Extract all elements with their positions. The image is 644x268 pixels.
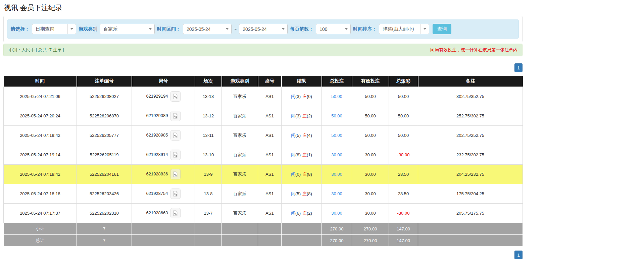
result-player-label: 闲 [291,191,295,196]
result-banker-label: 庄 [302,211,307,216]
table-row: 2025-05-24 07:19:42 522526205777 6219289… [4,126,523,145]
table-row: 2025-05-24 07:17:37 522526202310 6219286… [4,204,523,223]
video-replay-icon[interactable] [170,130,181,141]
date-to-value: 2025-05-24 [239,26,267,32]
result-banker-count: (2) [307,211,312,216]
pagination-bottom: 1 [3,251,523,259]
table-body: 2025-05-24 07:21:06 522526208027 6219291… [4,87,523,223]
page-1-button[interactable]: 1 [514,251,523,259]
cell-table-no: AS1 [258,126,282,145]
game-type-select[interactable]: 百家乐 [100,24,155,34]
result-player-count: (8) [295,152,301,157]
date-from-select[interactable]: 2025-05-24 [183,24,232,34]
date-to-select[interactable]: 2025-05-24 [239,24,288,34]
result-banker-label: 庄 [302,152,307,157]
subtotal-count: 7 [77,223,132,235]
result-banker-label: 庄 [302,113,307,118]
time-sort-value: 降冪(由大到小) [379,26,414,32]
col-header-table-no: 桌号 [258,76,282,87]
round-no-text: 621928914 [146,152,168,157]
bets-table: 时间 注单编号 局号 场次 游戏类别 桌号 结果 总投注 有效投注 总派彩 备注… [3,76,523,247]
cell-time: 2025-05-24 07:19:42 [4,126,77,145]
search-button[interactable]: 查询 [433,24,451,34]
chevron-down-icon [67,24,76,34]
cell-payout: 50.00 [389,87,418,106]
cell-bet-no: 522526206870 [77,106,132,126]
cell-round-no: 621928663 [132,204,195,223]
result-banker-label: 庄 [302,172,307,177]
cell-valid-bet: 30.00 [352,184,389,204]
cell-time: 2025-05-24 07:18:18 [4,184,77,204]
video-replay-icon[interactable] [170,150,181,160]
chevron-down-icon [342,24,350,34]
video-replay-icon[interactable] [170,189,181,199]
cell-round-no: 621929089 [132,106,195,126]
table-footer: 小计 7 270.00 270.00 147.00 总计 7 [4,223,523,247]
chevron-down-icon [146,24,154,34]
query-type-label: 请选择： [11,26,30,32]
range-separator: ~ [234,26,237,32]
cell-result: 闲(5)庄(4) [282,126,322,145]
result-banker-count: (8) [307,172,312,177]
subtotal-label: 小计 [4,223,77,235]
cell-session: 13-8 [195,184,222,204]
cell-total-bet[interactable]: 30.00 [322,145,352,165]
cell-table-no: AS1 [258,87,282,106]
video-replay-icon[interactable] [170,208,181,218]
cell-game: 百家乐 [222,204,258,223]
cell-round-no: 621928914 [132,145,195,165]
col-header-payout: 总派彩 [389,76,418,87]
chevron-down-icon [420,24,429,34]
cell-game: 百家乐 [222,165,258,184]
cell-session: 13-10 [195,145,222,165]
result-banker-count: (8) [307,191,312,196]
cell-game: 百家乐 [222,184,258,204]
cell-total-bet[interactable]: 30.00 [322,184,352,204]
cell-bet-no: 522526205777 [77,126,132,145]
cell-table-no: AS1 [258,165,282,184]
cell-round-no: 621928985 [132,126,195,145]
subtotal-total-bet: 270.00 [322,223,352,235]
pagination-top: 1 [3,63,523,72]
video-replay-icon[interactable] [170,169,181,179]
summary-bar: 币别：人民币 | 总共 :7 注单 | 同局有效投注，统一计算在该局第一张注单内 [3,44,523,56]
col-header-bet-no: 注单编号 [77,76,132,87]
grand-total-valid-bet: 270.00 [352,235,389,247]
result-banker-label: 庄 [302,133,307,138]
cell-game: 百家乐 [222,106,258,126]
result-player-label: 闲 [291,113,295,118]
result-player-count: (0) [295,172,301,177]
video-replay-icon[interactable] [170,91,181,102]
filter-panel: 请选择： 日期查询 游戏类别 百家乐 时间区间： 2025-05-24 ~ 20… [3,16,523,42]
cell-bet-no: 522526208027 [77,87,132,106]
cell-payout: 28.50 [389,184,418,204]
cell-payout: 50.00 [389,126,418,145]
cell-valid-bet: 30.00 [352,145,389,165]
cell-total-bet[interactable]: 30.00 [322,204,352,223]
cell-time: 2025-05-24 07:19:14 [4,145,77,165]
cell-table-no: AS1 [258,184,282,204]
cell-result: 闲(5)庄(8) [282,184,322,204]
cell-total-bet[interactable]: 50.00 [322,87,352,106]
cell-total-bet[interactable]: 50.00 [322,106,352,126]
cell-payout: 28.50 [389,165,418,184]
result-banker-label: 庄 [302,94,307,99]
cell-valid-bet: 50.00 [352,106,389,126]
cell-total-bet[interactable]: 50.00 [322,126,352,145]
grand-total-payout: 147.00 [389,235,418,247]
time-sort-select[interactable]: 降冪(由大到小) [379,24,429,34]
cell-total-bet[interactable]: 30.00 [322,165,352,184]
page-size-select[interactable]: 100 [316,24,351,34]
grand-total-label: 总计 [4,235,77,247]
cell-table-no: AS1 [258,145,282,165]
page-1-button[interactable]: 1 [514,63,523,72]
query-type-select[interactable]: 日期查询 [32,24,76,34]
result-banker-count: (2) [307,113,312,118]
video-replay-icon[interactable] [170,111,181,121]
cell-remark: 252.75/302.75 [418,106,523,126]
round-no-text: 621929089 [146,113,168,118]
round-no-text: 621928754 [146,191,168,196]
subtotal-row: 小计 7 270.00 270.00 147.00 [4,223,523,235]
cell-time: 2025-05-24 07:17:37 [4,204,77,223]
cell-result: 闲(0)庄(8) [282,165,322,184]
